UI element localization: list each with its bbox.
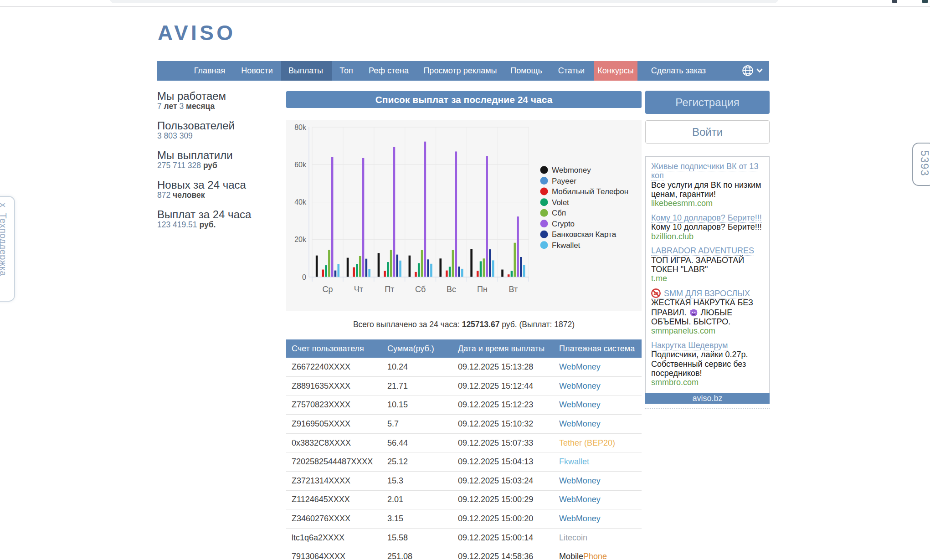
svg-text:Пт: Пт bbox=[385, 285, 394, 294]
svg-text:Payeer: Payeer bbox=[552, 177, 576, 185]
svg-text:80k: 80k bbox=[294, 123, 307, 131]
svg-text:Пн: Пн bbox=[477, 285, 488, 294]
svg-text:Банковская Карта: Банковская Карта bbox=[552, 230, 617, 239]
svg-text:Вт: Вт bbox=[509, 285, 518, 294]
svg-text:Сбп: Сбп bbox=[552, 209, 566, 217]
svg-text:60k: 60k bbox=[294, 161, 307, 169]
svg-text:Fkwallet: Fkwallet bbox=[552, 241, 581, 250]
svg-text:Сб: Сб bbox=[415, 285, 426, 294]
svg-text:Volet: Volet bbox=[552, 198, 569, 207]
svg-text:Мобильный Телефон: Мобильный Телефон bbox=[552, 187, 628, 196]
svg-text:Вс: Вс bbox=[447, 285, 456, 294]
svg-text:Crypto: Crypto bbox=[552, 220, 575, 228]
svg-text:0: 0 bbox=[302, 273, 306, 281]
svg-text:Webmoney: Webmoney bbox=[552, 166, 591, 175]
svg-text:Чт: Чт bbox=[354, 285, 363, 294]
svg-text:20k: 20k bbox=[294, 236, 307, 243]
svg-text:40k: 40k bbox=[294, 198, 307, 206]
svg-text:Ср: Ср bbox=[322, 285, 333, 294]
